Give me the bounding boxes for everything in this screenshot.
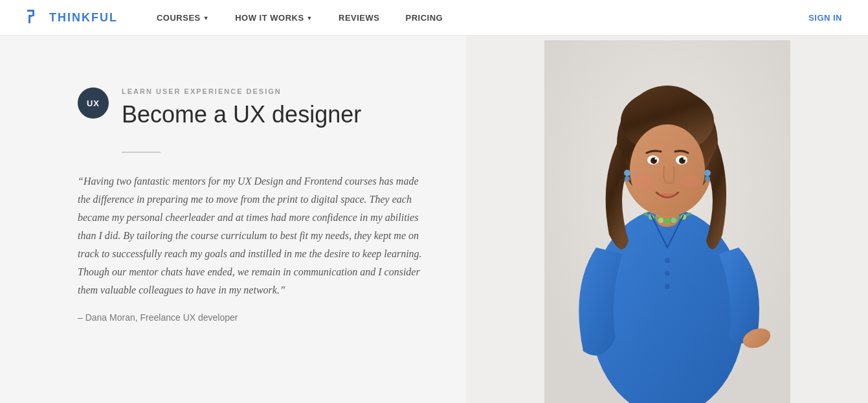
nav-item-reviews[interactable]: REVIEWS bbox=[326, 0, 392, 36]
svg-point-26 bbox=[625, 176, 630, 181]
svg-point-18 bbox=[654, 158, 656, 160]
svg-point-35 bbox=[665, 284, 670, 289]
svg-rect-3 bbox=[28, 17, 30, 23]
svg-point-19 bbox=[683, 158, 685, 160]
nav-item-how-it-works[interactable]: HOW IT WORKS ▼ bbox=[222, 0, 326, 36]
main-content: UX LEARN USER EXPERIENCE DESIGN Become a… bbox=[0, 36, 868, 403]
svg-point-22 bbox=[634, 175, 655, 188]
navbar: THINKFUL COURSES ▼ HOW IT WORKS ▼ REVIEW… bbox=[0, 0, 868, 36]
title-block: LEARN USER EXPERIENCE DESIGN Become a UX… bbox=[122, 87, 361, 128]
how-it-works-chevron-icon: ▼ bbox=[307, 15, 313, 21]
logo-link[interactable]: THINKFUL bbox=[26, 8, 118, 27]
nav-links: COURSES ▼ HOW IT WORKS ▼ REVIEWS PRICING bbox=[144, 0, 808, 36]
logo-text: THINKFUL bbox=[49, 11, 118, 25]
section-label: LEARN USER EXPERIENCE DESIGN bbox=[122, 87, 361, 95]
svg-point-24 bbox=[624, 170, 630, 176]
signin-link[interactable]: SIGN IN bbox=[808, 13, 842, 23]
nav-item-pricing[interactable]: PRICING bbox=[392, 0, 456, 36]
svg-point-33 bbox=[665, 258, 670, 263]
testimonial-quote: “Having two fantastic mentors for my UX … bbox=[78, 172, 427, 299]
svg-point-25 bbox=[704, 170, 711, 176]
svg-point-21 bbox=[669, 180, 676, 184]
person-illustration bbox=[544, 40, 790, 403]
svg-rect-1 bbox=[32, 10, 34, 16]
left-panel: UX LEARN USER EXPERIENCE DESIGN Become a… bbox=[0, 36, 466, 403]
courses-chevron-icon: ▼ bbox=[203, 15, 209, 21]
svg-point-34 bbox=[665, 271, 670, 276]
svg-rect-2 bbox=[28, 15, 32, 17]
title-divider bbox=[122, 152, 161, 153]
quote-attribution: – Dana Moran, Freelance UX developer bbox=[78, 312, 427, 323]
svg-point-30 bbox=[664, 218, 671, 225]
page-title: Become a UX designer bbox=[122, 100, 361, 128]
person-photo-area bbox=[466, 36, 868, 403]
logo-icon bbox=[26, 8, 44, 27]
hero-header: UX LEARN USER EXPERIENCE DESIGN Become a… bbox=[78, 87, 427, 128]
svg-point-20 bbox=[663, 180, 669, 184]
ux-badge: UX bbox=[78, 87, 109, 119]
svg-point-29 bbox=[658, 218, 663, 223]
svg-point-23 bbox=[680, 175, 700, 188]
svg-point-27 bbox=[705, 176, 710, 181]
svg-point-31 bbox=[671, 218, 676, 223]
right-panel bbox=[466, 36, 868, 403]
nav-item-courses[interactable]: COURSES ▼ bbox=[144, 0, 222, 36]
svg-point-11 bbox=[630, 124, 705, 215]
